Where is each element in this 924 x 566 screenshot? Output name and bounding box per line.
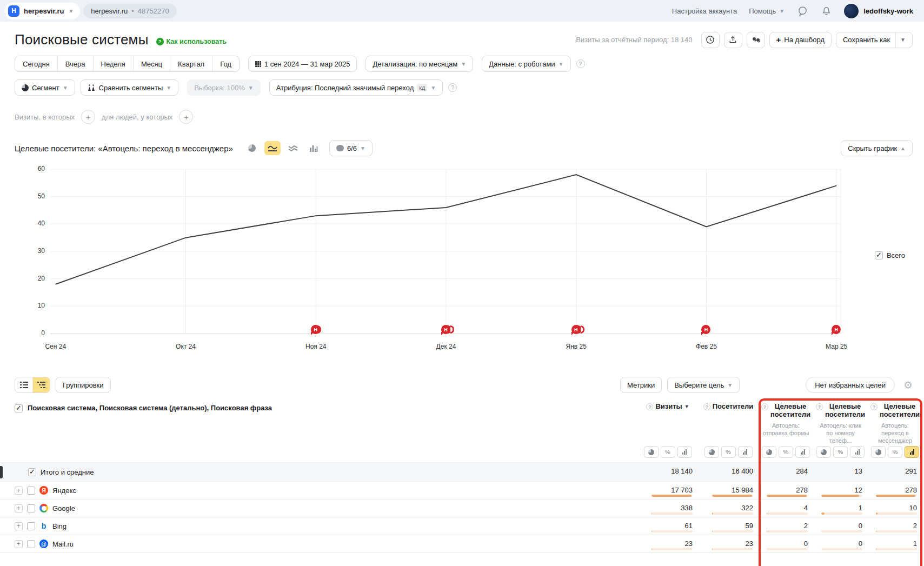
compare-drops-button[interactable] [747, 32, 765, 48]
goal2-pie-view-button[interactable] [816, 446, 831, 458]
add-visit-condition-button[interactable]: + [81, 110, 95, 124]
expand-row-button[interactable]: + [15, 504, 23, 512]
table-settings-gear-icon[interactable]: ⚙ [903, 379, 913, 391]
period-year[interactable]: Год [212, 56, 239, 71]
share-bar [767, 512, 808, 515]
notifications-bell-icon[interactable] [820, 5, 832, 17]
bars-icon [801, 449, 805, 455]
row-label[interactable]: Bing [52, 522, 67, 530]
feedback-bubble-icon[interactable] [796, 5, 808, 17]
annotation-marker[interactable]: Н [571, 325, 581, 335]
table-row: + @ Mail.ru 23 23 0 0 1 [0, 535, 922, 552]
compare-segments-dropdown[interactable]: Сравнить сегменты ▼ [81, 79, 179, 96]
robots-data-dropdown[interactable]: Данные: с роботами ▼ [482, 56, 570, 72]
visits-percent-view-button[interactable]: % [661, 446, 675, 458]
hide-chart-button[interactable]: Скрыть график ▲ [841, 140, 913, 156]
visits-bars-view-button[interactable] [677, 446, 692, 458]
row-label[interactable]: Яндекс [52, 487, 76, 495]
pie-icon [648, 449, 654, 455]
add-people-condition-button[interactable]: + [179, 110, 193, 124]
x-axis-tick: Фев 25 [696, 343, 717, 350]
groupings-button[interactable]: Группировки [56, 377, 111, 393]
flat-list-view-button[interactable] [15, 377, 32, 392]
attribution-dropdown[interactable]: Атрибуция: Последний значимый переход кд… [269, 79, 443, 96]
row-checkbox[interactable] [27, 504, 35, 512]
row-label[interactable]: Google [52, 504, 75, 512]
metric-help-icon[interactable]: ? [870, 403, 878, 410]
period-quarter[interactable]: Квартал [170, 56, 212, 71]
expand-row-button[interactable]: + [15, 540, 23, 548]
account-settings-link[interactable]: Настройка аккаунта [672, 7, 737, 15]
date-range-button[interactable]: 1 сен 2024 — 31 мар 2025 [248, 56, 357, 72]
chart-type-area-button[interactable] [285, 141, 301, 155]
visitors-column-label[interactable]: Посетители [713, 403, 754, 411]
period-week[interactable]: Неделя [93, 56, 133, 71]
goal2-column-label[interactable]: Целевые посетители [825, 403, 865, 419]
expand-row-button[interactable]: + [15, 487, 23, 495]
period-today[interactable]: Сегодня [15, 56, 57, 71]
report-history-button[interactable] [701, 32, 720, 48]
metric-help-icon[interactable]: ? [816, 403, 823, 410]
period-yesterday[interactable]: Вчера [57, 56, 93, 71]
goal3-pie-view-button[interactable] [871, 446, 886, 458]
visitors-pie-view-button[interactable] [704, 446, 719, 458]
help-icon[interactable]: ? [576, 59, 585, 68]
save-as-dropdown[interactable]: ▼ [895, 32, 906, 48]
counter-tab-active[interactable]: H herpesvir.ru ▼ [4, 3, 80, 19]
tree-view-button[interactable] [32, 377, 50, 392]
goal1-percent-view-button[interactable]: % [779, 446, 793, 458]
comments-dropdown[interactable]: 6/6 ▼ [329, 140, 373, 156]
help-icon[interactable]: ? [448, 83, 457, 92]
how-to-use-link[interactable]: Как использовать [167, 38, 227, 45]
add-to-dashboard-button[interactable]: + На дашборд [769, 32, 832, 48]
legend-total-checkbox[interactable] [875, 251, 883, 259]
goal1-pie-view-button[interactable] [762, 446, 776, 458]
annotation-marker[interactable]: Н [441, 325, 451, 335]
expand-row-button[interactable]: + [15, 522, 23, 530]
visitors-percent-view-button[interactable]: % [721, 446, 736, 458]
goal1-bars-view-button[interactable] [795, 446, 810, 458]
metric-help-icon[interactable]: ? [646, 403, 653, 410]
detalization-dropdown[interactable]: Детализация: по месяцам ▼ [365, 56, 473, 72]
metrics-button[interactable]: Метрики [620, 377, 662, 393]
favorite-goals-pill[interactable]: Нет избранных целей [806, 377, 895, 393]
help-menu[interactable]: Помощь ▼ [749, 7, 785, 15]
chart-type-pie-button[interactable] [244, 141, 260, 155]
goal3-bars-view-button[interactable] [905, 446, 919, 458]
segment-dropdown[interactable]: Сегмент ▼ [15, 79, 75, 96]
metric-help-icon[interactable]: ? [703, 403, 710, 410]
row-checkbox[interactable] [27, 540, 35, 548]
x-axis-tick: Янв 25 [566, 343, 587, 350]
period-month[interactable]: Месяц [133, 56, 170, 71]
goal2-bars-view-button[interactable] [850, 446, 865, 458]
goal1-column-label[interactable]: Целевые посетители [770, 403, 810, 419]
totals-checkbox[interactable] [28, 468, 36, 476]
save-as-button[interactable]: Сохранить как ▼ [836, 32, 913, 48]
export-button[interactable] [724, 32, 742, 48]
row-label[interactable]: Mail.ru [52, 540, 74, 548]
sampling-dropdown[interactable]: Выборка: 100% ▼ [187, 79, 261, 96]
page-title: Поисковые системы [15, 31, 149, 48]
goal3-percent-view-button[interactable]: % [888, 446, 902, 458]
goal3-column-label[interactable]: Целевые посетители [880, 403, 920, 419]
goal2-percent-view-button[interactable]: % [833, 446, 848, 458]
chevron-down-icon: ▼ [63, 85, 68, 91]
row-checkbox[interactable] [27, 487, 35, 495]
visits-column-label[interactable]: Визиты [655, 403, 682, 411]
metric-help-icon[interactable]: ? [761, 403, 768, 410]
counter-tab-secondary[interactable]: herpesvir.ru • 48752270 [83, 4, 176, 18]
visits-pie-view-button[interactable] [644, 446, 659, 458]
chart-type-line-button[interactable] [264, 141, 281, 155]
cell-visits: 338 [681, 504, 693, 512]
column-goal-3: ? Целевые посетители Автоцель: переход в… [868, 398, 922, 462]
select-all-checkbox[interactable] [15, 404, 23, 412]
annotation-marker[interactable]: Н [311, 325, 321, 335]
user-avatar[interactable] [844, 4, 859, 18]
annotation-marker[interactable]: Н [832, 325, 841, 335]
annotation-marker[interactable]: Н [701, 325, 711, 335]
chart-type-columns-button[interactable] [305, 141, 322, 155]
row-checkbox[interactable] [27, 522, 35, 530]
pie-icon [766, 449, 772, 455]
visitors-bars-view-button[interactable] [738, 446, 753, 458]
select-goal-dropdown[interactable]: Выберите цель ▼ [667, 377, 740, 393]
